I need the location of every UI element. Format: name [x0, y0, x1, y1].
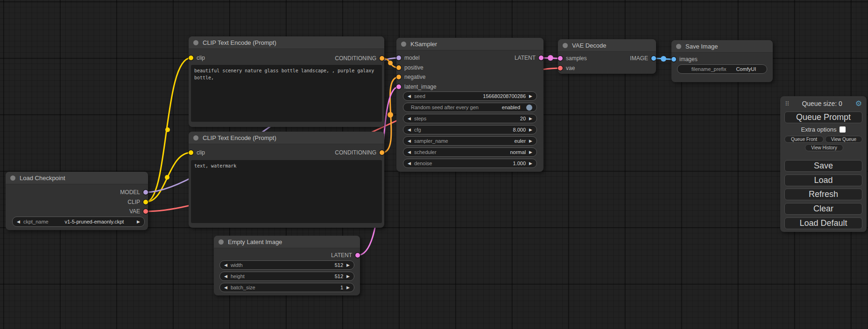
input-port-vae[interactable]: vae — [558, 63, 575, 73]
widget-value[interactable]: 20 — [520, 116, 529, 121]
input-port-samples[interactable]: samples — [558, 54, 587, 63]
input-port-positive[interactable]: positive — [396, 63, 423, 72]
decrease-arrow-icon[interactable]: ◀ — [408, 150, 411, 154]
decrease-arrow-icon[interactable]: ◀ — [408, 161, 411, 166]
width-widget[interactable]: ◀ width 512 ▶ — [219, 260, 354, 270]
node-title-bar[interactable]: Save Image — [671, 40, 773, 53]
settings-gear-icon[interactable]: ⚙ — [855, 100, 862, 107]
output-port-model[interactable]: MODEL — [120, 188, 148, 197]
conditioning-port-dot-icon[interactable] — [396, 65, 401, 70]
output-port-conditioning[interactable]: CONDITIONING — [335, 54, 384, 63]
increase-arrow-icon[interactable]: ▶ — [346, 274, 350, 279]
view-queue-button[interactable]: View Queue — [825, 136, 862, 143]
scheduler-widget[interactable]: ◀ scheduler normal ▶ — [403, 147, 537, 157]
decrease-arrow-icon[interactable]: ◀ — [408, 139, 411, 143]
view-history-button[interactable]: View History — [805, 144, 843, 151]
output-port-conditioning[interactable]: CONDITIONING — [335, 148, 384, 157]
input-port-clip[interactable]: clip — [189, 53, 205, 63]
collapse-dot-icon[interactable] — [10, 175, 15, 181]
increase-arrow-icon[interactable]: ▶ — [529, 150, 532, 154]
vae-port-dot-icon[interactable] — [143, 209, 148, 214]
widget-value[interactable]: 156680208700286 — [483, 93, 529, 99]
collapse-dot-icon[interactable] — [563, 43, 568, 48]
increase-arrow-icon[interactable]: ▶ — [529, 117, 532, 121]
output-port-image[interactable]: IMAGE — [630, 54, 656, 63]
vae-port-dot-icon[interactable] — [558, 66, 563, 70]
height-widget[interactable]: ◀ height 512 ▶ — [219, 272, 354, 281]
clip-port-dot-icon[interactable] — [189, 150, 193, 155]
refresh-button[interactable]: Refresh — [784, 189, 862, 200]
collapse-dot-icon[interactable] — [676, 44, 681, 49]
increase-arrow-icon[interactable]: ▶ — [529, 139, 532, 143]
queue-panel[interactable]: ⠿ Queue size: 0 ⚙ Queue Prompt Extra opt… — [780, 96, 867, 232]
clip-port-dot-icon[interactable] — [143, 200, 148, 204]
decrease-arrow-icon[interactable]: ◀ — [408, 117, 411, 121]
node-load-checkpoint[interactable]: Load Checkpoint MODEL CLIP VAE ◀ ckpt_na… — [6, 172, 148, 230]
node-title-bar[interactable]: CLIP Text Encode (Prompt) — [189, 36, 384, 49]
clear-button[interactable]: Clear — [784, 203, 862, 215]
node-clip-text-encode-positive[interactable]: CLIP Text Encode (Prompt) clip CONDITION… — [189, 36, 384, 127]
node-title-bar[interactable]: CLIP Text Encode (Prompt) — [189, 132, 384, 144]
filename-prefix-widget[interactable]: filename_prefix ComfyUI — [677, 64, 767, 74]
seed-widget[interactable]: ◀ seed 156680208700286 ▶ — [403, 91, 537, 101]
decrease-arrow-icon[interactable]: ◀ — [224, 286, 227, 290]
input-port-latent-image[interactable]: latent_image — [396, 82, 437, 91]
input-port-negative[interactable]: negative — [396, 72, 425, 82]
node-empty-latent-image[interactable]: Empty Latent Image LATENT ◀ width 512 ▶ … — [214, 236, 360, 295]
widget-value[interactable]: normal — [510, 149, 529, 155]
decrease-arrow-icon[interactable]: ◀ — [408, 128, 411, 132]
save-button[interactable]: Save — [784, 160, 862, 172]
decrease-arrow-icon[interactable]: ◀ — [408, 94, 411, 98]
node-clip-text-encode-negative[interactable]: CLIP Text Encode (Prompt) clip CONDITION… — [189, 132, 384, 228]
image-port-dot-icon[interactable] — [671, 57, 676, 62]
model-port-dot-icon[interactable] — [143, 190, 148, 195]
input-port-clip[interactable]: clip — [189, 148, 205, 157]
prompt-textarea[interactable]: beautiful scenery nature glass bottle la… — [191, 65, 382, 122]
sampler-name-widget[interactable]: ◀ sampler_name euler ▶ — [403, 136, 537, 146]
widget-value[interactable]: euler — [515, 138, 529, 144]
node-title-bar[interactable]: Load Checkpoint — [6, 172, 148, 184]
prompt-textarea[interactable]: text, watermark — [191, 160, 382, 223]
batch-size-widget[interactable]: ◀ batch_size 1 ▶ — [219, 283, 354, 292]
node-ksampler[interactable]: KSampler model positive negative latent_… — [396, 38, 543, 172]
collapse-dot-icon[interactable] — [193, 135, 198, 140]
output-port-clip[interactable]: CLIP — [127, 197, 148, 207]
image-port-dot-icon[interactable] — [651, 56, 656, 61]
latent-port-dot-icon[interactable] — [396, 84, 401, 89]
increase-arrow-icon[interactable]: ▶ — [137, 220, 140, 224]
extra-options-checkbox[interactable] — [840, 126, 846, 133]
queue-front-button[interactable]: Queue Front — [784, 136, 824, 143]
widget-value[interactable]: 1 — [340, 285, 346, 290]
output-port-vae[interactable]: VAE — [129, 207, 148, 216]
random-seed-toggle-widget[interactable]: Random seed after every gen enabled — [403, 103, 537, 112]
increase-arrow-icon[interactable]: ▶ — [346, 286, 350, 290]
widget-value[interactable]: v1-5-pruned-emaonly.ckpt — [64, 219, 124, 224]
output-port-latent[interactable]: LATENT — [331, 251, 360, 260]
toggle-knob-icon[interactable] — [526, 105, 532, 111]
node-title-bar[interactable]: VAE Decode — [558, 39, 656, 52]
clip-port-dot-icon[interactable] — [189, 56, 193, 60]
ckpt-name-widget[interactable]: ◀ ckpt_name v1-5-pruned-emaonly.ckpt ▶ — [12, 217, 145, 227]
node-save-image[interactable]: Save Image images filename_prefix ComfyU… — [671, 40, 773, 82]
widget-value[interactable]: 8.000 — [513, 127, 529, 133]
decrease-arrow-icon[interactable]: ◀ — [224, 263, 227, 267]
steps-widget[interactable]: ◀ steps 20 ▶ — [403, 114, 537, 123]
decrease-arrow-icon[interactable]: ◀ — [17, 220, 20, 224]
node-graph-canvas[interactable]: Load Checkpoint MODEL CLIP VAE ◀ ckpt_na… — [0, 0, 868, 329]
widget-value[interactable]: 1.000 — [513, 161, 529, 166]
cfg-widget[interactable]: ◀ cfg 8.000 ▶ — [403, 125, 537, 134]
node-title-bar[interactable]: KSampler — [396, 38, 543, 50]
increase-arrow-icon[interactable]: ▶ — [529, 161, 532, 166]
collapse-dot-icon[interactable] — [401, 42, 406, 47]
latent-port-dot-icon[interactable] — [539, 56, 543, 60]
input-port-model[interactable]: model — [396, 53, 420, 63]
increase-arrow-icon[interactable]: ▶ — [529, 128, 532, 132]
model-port-dot-icon[interactable] — [396, 56, 401, 60]
queue-prompt-button[interactable]: Queue Prompt — [784, 112, 862, 123]
collapse-dot-icon[interactable] — [193, 40, 198, 45]
widget-value[interactable]: 512 — [335, 273, 346, 279]
increase-arrow-icon[interactable]: ▶ — [346, 263, 350, 267]
load-default-button[interactable]: Load Default — [784, 217, 862, 229]
conditioning-port-dot-icon[interactable] — [396, 75, 401, 79]
latent-port-dot-icon[interactable] — [558, 56, 563, 61]
